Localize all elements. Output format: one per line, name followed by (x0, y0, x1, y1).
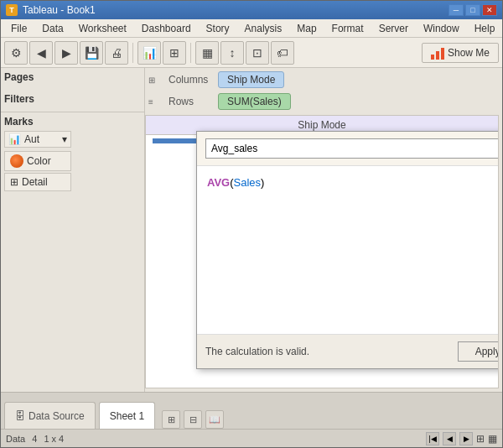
save-button[interactable]: 💾 (80, 41, 103, 65)
bar-3 (441, 48, 444, 60)
columns-pill[interactable]: Ship Mode (218, 71, 284, 88)
back-button[interactable]: ◀ (29, 41, 53, 65)
status-right: |◀ ◀ ▶ ⊞ ▦ (426, 432, 497, 445)
marks-section: Marks 📊 Aut ▾ Color ⊞ Detail (1, 112, 144, 195)
window: T Tableau - Book1 ─ □ ✕ File Data Worksh… (0, 0, 503, 448)
bar-chart-icon: 📊 (8, 133, 21, 145)
database-icon: 🗄 (15, 410, 25, 422)
status-dimension: 1 x 4 (44, 434, 64, 444)
bar-2 (436, 51, 439, 60)
rows-shelf-label: Rows (169, 96, 215, 107)
show-me-button[interactable]: Show Me (422, 43, 499, 63)
app-icon: T (6, 4, 18, 16)
new-dashboard-button[interactable]: ⊟ (184, 410, 202, 429)
title-bar: T Tableau - Book1 ─ □ ✕ (1, 1, 502, 19)
bottom-tabs: 🗄 Data Source Sheet 1 ⊞ ⊟ 📖 (1, 392, 502, 429)
nav-prev-button[interactable]: ◀ (443, 432, 456, 445)
dialog-body[interactable]: AVG(Sales) (197, 166, 499, 334)
shelf-area: ⊞ Columns Ship Mode ≡ Rows SUM(Sales) (145, 68, 502, 115)
pages-section: Pages (1, 68, 144, 90)
dialog-footer: The calculation is valid. Apply OK (197, 334, 499, 368)
calculation-name-input[interactable] (205, 138, 499, 159)
toolbar-separator-2 (190, 43, 191, 63)
marks-auto-dropdown[interactable]: 📊 Aut ▾ (4, 131, 71, 148)
menu-data[interactable]: Data (35, 21, 70, 36)
canvas-wrapper: Ship Mode ▶ ✕ AVG(Sales) (145, 115, 499, 388)
menu-dashboard[interactable]: Dashboard (135, 21, 198, 36)
title-bar-controls: ─ □ ✕ (449, 4, 497, 16)
formula-keyword: AVG (207, 176, 230, 189)
new-story-button[interactable]: 📖 (205, 410, 224, 429)
menu-bar: File Data Worksheet Dashboard Story Anal… (1, 19, 502, 38)
dialog-header-row: ✕ (197, 132, 499, 166)
close-button[interactable]: ✕ (482, 4, 497, 16)
right-panel: ⊞ Columns Ship Mode ≡ Rows SUM(Sales) Sh… (145, 68, 502, 392)
columns-shelf: ⊞ Columns Ship Mode (148, 70, 499, 90)
label-button[interactable]: 🏷 (271, 41, 294, 65)
menu-help[interactable]: Help (468, 21, 502, 36)
detail-icon: ⊞ (10, 176, 18, 188)
columns-icon: ⊞ (148, 76, 165, 85)
color-icon (10, 154, 23, 168)
menu-worksheet[interactable]: Worksheet (72, 21, 133, 36)
title-bar-left: T Tableau - Book1 (6, 4, 96, 16)
content-row: Pages Filters Marks 📊 Aut ▾ Color (1, 68, 502, 392)
new-worksheet-button[interactable]: ⊞ (162, 410, 180, 429)
nav-first-button[interactable]: |◀ (426, 432, 439, 445)
forward-button[interactable]: ▶ (54, 41, 78, 65)
footer-buttons: Apply OK (458, 341, 499, 362)
tab-sheet-1[interactable]: Sheet 1 (99, 402, 155, 429)
validity-message: The calculation is valid. (205, 346, 309, 357)
group-button[interactable]: ⊡ (246, 41, 269, 65)
menu-window[interactable]: Window (417, 21, 466, 36)
menu-file[interactable]: File (4, 21, 34, 36)
minimize-button[interactable]: ─ (449, 4, 464, 16)
print-button[interactable]: 🖨 (105, 41, 128, 65)
formula-display: AVG(Sales) (207, 176, 499, 189)
show-me-icon (431, 46, 444, 60)
filters-label: Filters (4, 93, 141, 105)
pages-label: Pages (4, 71, 141, 83)
rows-shelf: ≡ Rows SUM(Sales) (148, 91, 499, 112)
left-panel: Pages Filters Marks 📊 Aut ▾ Color (1, 68, 145, 392)
nav-next-button[interactable]: ▶ (459, 432, 473, 445)
toolbar: ⚙ ◀ ▶ 💾 🖨 📊 ⊞ ▦ ↕ ⊡ 🏷 Show Me (1, 38, 502, 68)
window-title: Tableau - Book1 (23, 4, 96, 16)
tab-data-source[interactable]: 🗄 Data Source (4, 402, 96, 429)
maximize-button[interactable]: □ (465, 4, 480, 16)
status-bar: Data 4 1 x 4 |◀ ◀ ▶ ⊞ ▦ (1, 429, 502, 447)
filters-section: Filters (1, 90, 144, 112)
columns-shelf-label: Columns (169, 74, 215, 86)
rows-icon: ≡ (148, 97, 165, 107)
marks-buttons: Color ⊞ Detail (4, 151, 141, 191)
sort-button[interactable]: ↕ (220, 41, 244, 65)
status-name: Data (6, 434, 25, 444)
grid-view-icon[interactable]: ⊞ (476, 433, 485, 445)
toolbar-separator-1 (132, 43, 133, 63)
filter-button[interactable]: ▦ (195, 41, 219, 65)
color-button[interactable]: Color (4, 151, 71, 171)
chevron-down-icon: ▾ (62, 133, 67, 145)
menu-analysis[interactable]: Analysis (238, 21, 289, 36)
calculation-dialog: ✕ AVG(Sales) The calculation is valid. A… (196, 131, 499, 369)
rows-pill[interactable]: SUM(Sales) (218, 93, 291, 110)
menu-story[interactable]: Story (200, 21, 236, 36)
formula-field: Sales (234, 176, 262, 189)
bar-1 (431, 55, 434, 60)
marks-label: Marks (4, 116, 141, 128)
refresh-button[interactable]: ⚙ (4, 41, 28, 65)
detail-button[interactable]: ⊞ Detail (4, 173, 71, 191)
menu-map[interactable]: Map (290, 21, 323, 36)
status-left: Data 4 1 x 4 (6, 434, 64, 444)
list-view-icon[interactable]: ▦ (488, 433, 497, 445)
menu-format[interactable]: Format (325, 21, 371, 36)
table-button[interactable]: ⊞ (163, 41, 186, 65)
apply-button[interactable]: Apply (458, 341, 499, 362)
menu-server[interactable]: Server (372, 21, 415, 36)
status-row-count: 4 (32, 434, 37, 444)
chart-button[interactable]: 📊 (137, 41, 161, 65)
tab-icons: ⊞ ⊟ 📖 (162, 410, 224, 429)
